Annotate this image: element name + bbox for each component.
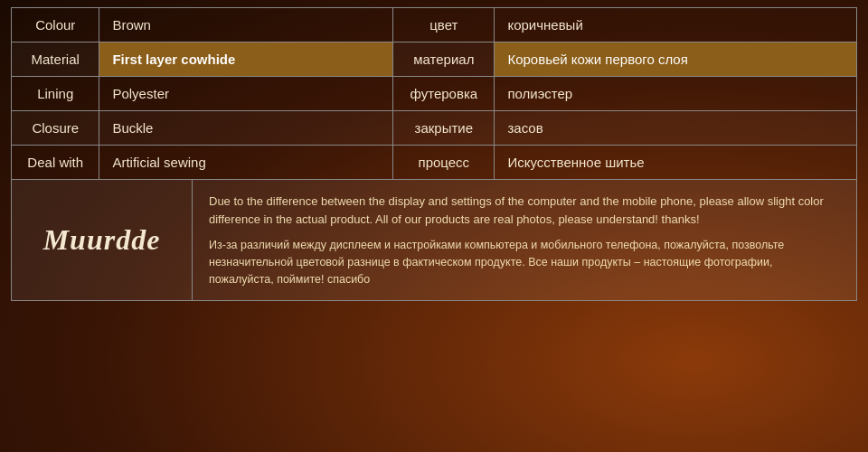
- page-wrapper: ColourBrownцветкоричневыйMaterialFirst l…: [0, 0, 868, 452]
- label-en: Lining: [12, 77, 99, 111]
- value-ru: коричневый: [495, 8, 857, 42]
- table-row: ClosureBuckleзакрытиезасов: [12, 111, 857, 146]
- table-row: Deal withArtificial sewingпроцессИскусст…: [12, 146, 857, 180]
- value-en: Brown: [99, 8, 393, 42]
- label-ru: материал: [393, 42, 495, 77]
- value-en: Buckle: [99, 111, 393, 146]
- value-ru: полиэстер: [495, 77, 857, 111]
- disclaimer-section: Due to the difference between the displa…: [193, 180, 856, 300]
- value-en: Polyester: [99, 77, 393, 111]
- label-ru: процесс: [393, 146, 495, 180]
- brand-logo: Muurdde: [43, 223, 161, 257]
- logo-section: Muurdde: [12, 180, 193, 300]
- disclaimer-russian: Из-за различий между дисплеем и настройк…: [209, 237, 840, 287]
- content-wrapper: ColourBrownцветкоричневыйMaterialFirst l…: [0, 0, 868, 308]
- table-row: ColourBrownцветкоричневый: [12, 8, 857, 42]
- label-ru: закрытие: [393, 111, 495, 146]
- value-en: Artificial sewing: [99, 146, 393, 180]
- bottom-section: Muurdde Due to the difference between th…: [11, 180, 857, 301]
- value-en: First layer cowhide: [99, 42, 393, 77]
- value-ru: засов: [495, 111, 857, 146]
- label-en: Material: [12, 42, 99, 77]
- label-en: Closure: [12, 111, 99, 146]
- value-ru: Коровьей кожи первого слоя: [495, 42, 857, 77]
- label-ru: цвет: [393, 8, 495, 42]
- label-en: Colour: [12, 8, 99, 42]
- value-ru: Искусственное шитье: [495, 146, 857, 180]
- table-row: MaterialFirst layer cowhideматериалКоров…: [12, 42, 857, 77]
- table-row: LiningPolyesterфутеровкаполиэстер: [12, 77, 857, 111]
- disclaimer-english: Due to the difference between the displa…: [209, 193, 840, 228]
- label-en: Deal with: [12, 146, 99, 180]
- product-table: ColourBrownцветкоричневыйMaterialFirst l…: [11, 7, 857, 180]
- label-ru: футеровка: [393, 77, 495, 111]
